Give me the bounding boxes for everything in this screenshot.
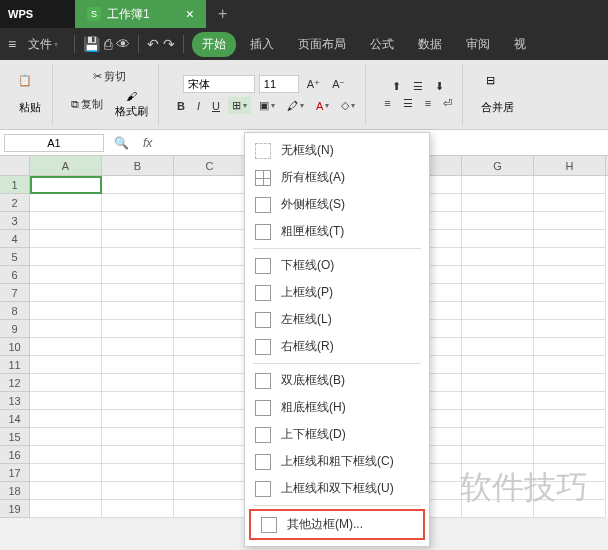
row-header[interactable]: 3 (0, 212, 30, 230)
cell[interactable] (102, 392, 174, 410)
fx-label[interactable]: fx (135, 136, 160, 150)
cell[interactable] (30, 320, 102, 338)
tab-formula[interactable]: 公式 (360, 32, 404, 57)
cell[interactable] (462, 392, 534, 410)
cell[interactable] (102, 302, 174, 320)
tab-layout[interactable]: 页面布局 (288, 32, 356, 57)
font-color-button[interactable]: A▾ (312, 98, 333, 114)
cell[interactable] (174, 464, 246, 482)
row-header[interactable]: 15 (0, 428, 30, 446)
add-tab-button[interactable]: + (206, 5, 239, 23)
cell[interactable] (174, 500, 246, 518)
cell[interactable] (462, 356, 534, 374)
align-top-icon[interactable]: ⬆ (388, 78, 405, 95)
tab-insert[interactable]: 插入 (240, 32, 284, 57)
cell[interactable] (534, 194, 606, 212)
font-family-select[interactable] (183, 75, 255, 93)
cell[interactable] (534, 284, 606, 302)
cell[interactable] (30, 266, 102, 284)
bold-button[interactable]: B (173, 98, 189, 114)
cell[interactable] (534, 212, 606, 230)
cell[interactable] (534, 176, 606, 194)
cell[interactable] (462, 212, 534, 230)
cell[interactable] (534, 356, 606, 374)
tab-review[interactable]: 审阅 (456, 32, 500, 57)
cell[interactable] (534, 248, 606, 266)
cell[interactable] (534, 266, 606, 284)
cell[interactable] (30, 356, 102, 374)
cell[interactable] (102, 338, 174, 356)
cell[interactable] (174, 356, 246, 374)
row-header[interactable]: 6 (0, 266, 30, 284)
cell[interactable] (462, 482, 534, 500)
cell[interactable] (30, 284, 102, 302)
row-header[interactable]: 11 (0, 356, 30, 374)
cell[interactable] (102, 320, 174, 338)
cell[interactable] (102, 230, 174, 248)
cell[interactable] (102, 176, 174, 194)
cell[interactable] (174, 176, 246, 194)
cell[interactable] (462, 410, 534, 428)
name-box[interactable] (4, 134, 104, 152)
cell[interactable] (102, 428, 174, 446)
border-menu-item[interactable]: 所有框线(A) (245, 164, 429, 191)
copy-button[interactable]: ⧉复制 (67, 95, 107, 114)
cell[interactable] (534, 482, 606, 500)
col-header[interactable]: G (462, 156, 534, 175)
align-bottom-icon[interactable]: ⬇ (431, 78, 448, 95)
cell[interactable] (534, 500, 606, 518)
border-menu-item[interactable]: 右框线(R) (245, 333, 429, 360)
cell[interactable] (534, 230, 606, 248)
hamburger-icon[interactable]: ≡ (8, 36, 16, 52)
cell[interactable] (30, 176, 102, 194)
print-icon[interactable]: ⎙ (104, 36, 112, 52)
col-header[interactable]: A (30, 156, 102, 175)
cell[interactable] (30, 248, 102, 266)
border-menu-item[interactable]: 上框线和双下框线(U) (245, 475, 429, 502)
row-header[interactable]: 9 (0, 320, 30, 338)
document-tab[interactable]: S 工作簿1 × (75, 0, 206, 28)
cell[interactable] (30, 428, 102, 446)
cell[interactable] (534, 338, 606, 356)
row-header[interactable]: 12 (0, 374, 30, 392)
wrap-text-icon[interactable]: ⏎ (439, 95, 456, 112)
undo-icon[interactable]: ↶ (147, 36, 159, 52)
highlight-button[interactable]: 🖍▾ (283, 98, 308, 114)
cell[interactable] (30, 392, 102, 410)
border-menu-item[interactable]: 上框线和粗下框线(C) (245, 448, 429, 475)
cell[interactable] (102, 248, 174, 266)
col-header[interactable]: H (534, 156, 606, 175)
cell[interactable] (462, 338, 534, 356)
underline-button[interactable]: U (208, 98, 224, 114)
preview-icon[interactable]: 👁 (116, 36, 130, 52)
cell[interactable] (30, 446, 102, 464)
row-header[interactable]: 8 (0, 302, 30, 320)
row-header[interactable]: 1 (0, 176, 30, 194)
tab-home[interactable]: 开始 (192, 32, 236, 57)
cell[interactable] (174, 428, 246, 446)
row-header[interactable]: 7 (0, 284, 30, 302)
cell[interactable] (174, 338, 246, 356)
cell[interactable] (462, 320, 534, 338)
align-middle-icon[interactable]: ☰ (409, 78, 427, 95)
cell[interactable] (102, 212, 174, 230)
row-header[interactable]: 17 (0, 464, 30, 482)
border-menu-item[interactable]: 上框线(P) (245, 279, 429, 306)
format-painter-button[interactable]: 🖌格式刷 (111, 86, 152, 123)
cell[interactable] (534, 428, 606, 446)
border-button[interactable]: ⊞▾ (228, 97, 251, 114)
border-menu-item[interactable]: 左框线(L) (245, 306, 429, 333)
cell[interactable] (462, 266, 534, 284)
cell[interactable] (30, 302, 102, 320)
border-menu-item[interactable]: 外侧框线(S) (245, 191, 429, 218)
cell[interactable] (462, 302, 534, 320)
cell[interactable] (30, 338, 102, 356)
cell[interactable] (462, 248, 534, 266)
cell[interactable] (102, 284, 174, 302)
cell[interactable] (102, 482, 174, 500)
row-header[interactable]: 2 (0, 194, 30, 212)
merge-button[interactable]: ⊟ 合并居 (477, 70, 518, 119)
border-menu-item[interactable]: 粗匣框线(T) (245, 218, 429, 245)
cell[interactable] (174, 374, 246, 392)
cell[interactable] (462, 374, 534, 392)
